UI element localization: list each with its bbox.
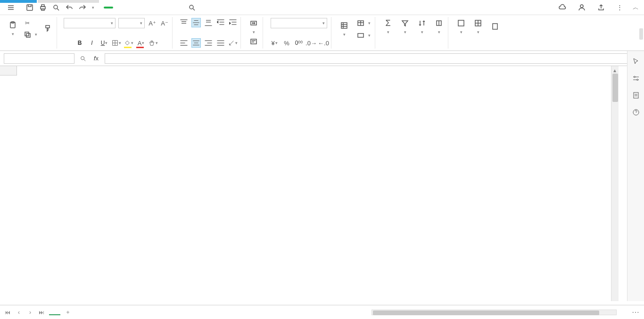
cond-format-icon xyxy=(340,21,348,30)
cell-style-button[interactable]: ▾ xyxy=(355,30,372,41)
undo-icon[interactable] xyxy=(65,3,74,12)
sheet-tab-bar: ⏮ ‹ › ⏭ + xyxy=(4,309,72,316)
last-sheet-icon[interactable]: ⏭ xyxy=(38,309,45,316)
cut-button[interactable]: ✂ xyxy=(22,18,39,28)
font-size-combo[interactable]: ▾ xyxy=(118,18,145,28)
justify-icon[interactable] xyxy=(216,38,225,48)
collab-button[interactable] xyxy=(576,2,589,13)
cursor-icon[interactable] xyxy=(631,57,641,66)
cells-button[interactable]: ▾ xyxy=(455,18,467,36)
currency-icon[interactable]: ¥▾ xyxy=(270,38,279,48)
bold-icon[interactable]: B xyxy=(75,38,84,48)
indent-decrease-icon[interactable] xyxy=(216,18,225,27)
sum-button[interactable]: Σ▾ xyxy=(382,18,394,36)
rowcol-icon xyxy=(474,19,482,27)
add-sheet-icon[interactable]: + xyxy=(64,309,72,316)
merge-icon xyxy=(249,19,258,27)
help-icon[interactable] xyxy=(631,108,641,117)
fill-color-icon[interactable]: ▾ xyxy=(124,38,133,48)
rowcol-button[interactable]: ▾ xyxy=(472,18,484,36)
number-format-combo[interactable]: ▾ xyxy=(271,18,327,28)
settings-icon[interactable] xyxy=(631,74,641,83)
brush-icon xyxy=(43,24,52,33)
increase-font-icon[interactable]: A⁺ xyxy=(148,18,157,28)
align-bottom-icon[interactable] xyxy=(204,18,213,27)
first-sheet-icon[interactable]: ⏮ xyxy=(4,309,11,316)
properties-icon[interactable] xyxy=(631,91,641,100)
share-icon xyxy=(597,3,605,12)
sheet-tab[interactable] xyxy=(49,310,60,315)
editing-group: Σ▾ ▾ ▾ ▾ xyxy=(379,17,448,49)
indent-increase-icon[interactable] xyxy=(228,18,238,27)
italic-icon[interactable]: I xyxy=(87,38,97,48)
more-icon[interactable]: ⋮ xyxy=(615,3,624,12)
save-icon[interactable] xyxy=(25,3,34,12)
svg-rect-20 xyxy=(493,24,497,29)
ribbon-tabs xyxy=(104,7,181,8)
redo-icon[interactable] xyxy=(78,3,87,12)
unsaved-status[interactable] xyxy=(557,2,570,13)
worksheet-button[interactable] xyxy=(489,21,501,33)
align-group: ▾ xyxy=(176,17,241,49)
ribbon-overflow-icon[interactable] xyxy=(639,28,643,40)
select-all-corner[interactable] xyxy=(0,66,17,76)
horizontal-scrollbar[interactable] xyxy=(372,310,617,315)
preview-icon[interactable] xyxy=(52,3,60,12)
next-sheet-icon[interactable]: › xyxy=(26,309,34,316)
sort-button[interactable]: ▾ xyxy=(416,18,428,36)
decrease-decimal-icon[interactable]: ←.0 xyxy=(319,38,328,48)
worksheet-grid[interactable]: ▴ xyxy=(0,66,619,301)
prev-sheet-icon[interactable]: ‹ xyxy=(15,309,23,316)
align-middle-icon[interactable] xyxy=(191,18,201,27)
svg-rect-0 xyxy=(27,5,33,10)
align-right-icon[interactable] xyxy=(204,38,213,48)
qat-dropdown-icon[interactable]: ▾ xyxy=(92,5,94,10)
filter-button[interactable]: ▾ xyxy=(399,18,411,36)
file-menu[interactable] xyxy=(4,2,21,13)
decrease-font-icon[interactable]: A⁻ xyxy=(160,18,169,28)
svg-point-22 xyxy=(634,76,635,78)
orientation-icon[interactable]: ▾ xyxy=(228,38,238,48)
search-input[interactable] xyxy=(198,4,250,11)
fill-button[interactable]: ▾ xyxy=(433,18,445,36)
merge-center-button[interactable]: ▾ xyxy=(248,18,260,36)
print-icon[interactable] xyxy=(39,3,47,12)
fill-icon xyxy=(435,19,443,27)
font-name-combo[interactable]: ▾ xyxy=(64,18,116,28)
increase-decimal-icon[interactable]: .0→ xyxy=(306,38,316,48)
comma-icon[interactable]: 0⁰⁰ xyxy=(294,38,304,48)
format-painter-button[interactable] xyxy=(41,23,54,34)
cells-icon xyxy=(457,19,465,27)
copy-icon xyxy=(23,30,32,39)
border-icon[interactable]: ▾ xyxy=(112,38,121,48)
sigma-icon: Σ xyxy=(384,19,392,27)
percent-icon[interactable]: % xyxy=(282,38,291,48)
formula-input[interactable] xyxy=(105,53,640,64)
align-top-icon[interactable] xyxy=(179,18,189,27)
clear-format-icon[interactable]: ▾ xyxy=(149,38,158,48)
wrap-text-button[interactable] xyxy=(248,36,260,48)
copy-button[interactable]: ▾ xyxy=(22,29,39,40)
svg-rect-3 xyxy=(41,9,44,10)
collapse-ribbon-icon[interactable]: ︿ xyxy=(631,3,640,12)
quick-access-toolbar: ▾ xyxy=(25,3,94,12)
cond-format-button[interactable]: ▾ xyxy=(338,20,350,38)
tab-start[interactable] xyxy=(104,7,113,8)
share-button[interactable] xyxy=(595,2,608,13)
font-color-icon[interactable]: A▾ xyxy=(136,38,146,48)
svg-point-6 xyxy=(580,5,583,8)
table-style-button[interactable]: ▾ xyxy=(355,18,372,28)
cells-group: ▾ ▾ xyxy=(452,17,504,49)
search-box[interactable] xyxy=(188,3,254,12)
zoom-icon[interactable] xyxy=(78,54,88,63)
fx-icon[interactable]: fx xyxy=(91,54,101,63)
more-options-icon[interactable]: ⋯ xyxy=(632,308,640,317)
align-center-icon[interactable] xyxy=(191,38,201,48)
align-left-icon[interactable] xyxy=(179,38,189,48)
ribbon: ▾ ✂ ▾ ▾ ▾ A⁺ A⁻ B I U▾ ▾ ▾ A▾ ▾ xyxy=(0,15,644,51)
name-box[interactable] xyxy=(4,53,74,64)
status-bar: ⏮ ‹ › ⏭ + ⋯ xyxy=(0,305,644,319)
vertical-scrollbar[interactable]: ▴ xyxy=(611,66,619,301)
underline-icon[interactable]: U▾ xyxy=(99,38,109,48)
paste-button[interactable]: ▾ xyxy=(7,20,19,38)
